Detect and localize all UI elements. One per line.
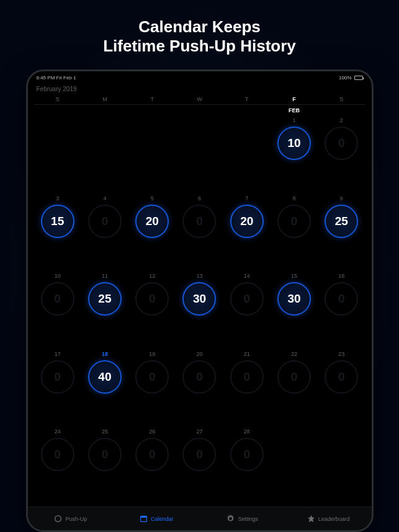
battery-percent: 100%: [339, 75, 351, 81]
month-label: February 2019: [28, 82, 372, 95]
battery-icon: [354, 76, 363, 80]
tab-push-up[interactable]: Push-Up: [28, 507, 114, 530]
calendar-day-cell[interactable]: 1125: [81, 269, 128, 347]
day-number: 9: [340, 195, 343, 202]
tab-label: Calendar: [151, 516, 174, 522]
calendar-day-cell[interactable]: 520: [128, 192, 176, 270]
calendar-day-cell: [223, 113, 271, 192]
calendar-day-cell: [34, 113, 81, 192]
calendar-day-cell[interactable]: 170: [34, 347, 81, 425]
svg-rect-2: [141, 516, 147, 517]
month-tag-row: FEB: [28, 105, 372, 113]
weekday-label: T: [223, 96, 271, 105]
pushup-count-empty: 0: [41, 282, 74, 316]
day-number: 21: [244, 351, 250, 357]
pushup-count-empty: 0: [325, 126, 358, 160]
pushup-count-active: 20: [135, 205, 169, 238]
pushup-count-empty: 0: [41, 438, 74, 471]
day-number: 13: [196, 273, 202, 279]
day-number: 12: [149, 273, 155, 279]
pushup-count-empty: 0: [88, 205, 122, 238]
calendar-day-cell[interactable]: 60: [176, 192, 223, 270]
day-number: 24: [55, 428, 61, 435]
calendar-day-cell[interactable]: 80: [271, 192, 318, 270]
status-time-date: 8:45 PM Fri Feb 1: [37, 75, 76, 81]
calendar-day-cell[interactable]: 200: [176, 347, 223, 425]
day-number: 14: [244, 273, 250, 279]
pushup-count-active: 10: [277, 126, 311, 160]
headline-line2: Lifetime Push-Up History: [103, 37, 296, 56]
weekday-label: F: [271, 96, 318, 105]
calendar-day-cell[interactable]: 1330: [176, 269, 223, 347]
day-number: 2: [340, 117, 343, 123]
calendar-day-cell[interactable]: 230: [318, 347, 365, 425]
pushup-count-empty: 0: [41, 360, 74, 394]
pushup-count-empty: 0: [230, 360, 264, 394]
day-number: 18: [102, 351, 108, 357]
pushup-count-empty: 0: [182, 360, 216, 394]
calendar-day-cell[interactable]: 260: [128, 425, 176, 503]
pushup-count-empty: 0: [182, 438, 216, 471]
tab-bar: Push-UpCalendarSettingsLeaderboard: [28, 507, 372, 530]
device-frame: 8:45 PM Fri Feb 1 100% February 2019 SMT…: [26, 69, 374, 532]
calendar-day-cell[interactable]: 1530: [271, 269, 318, 347]
pushup-count-active: 30: [277, 282, 311, 316]
pushup-count-active: 40: [88, 360, 122, 394]
calendar-day-cell[interactable]: 270: [176, 425, 223, 503]
circle-icon: [54, 515, 62, 523]
star-icon: [307, 515, 315, 523]
tab-label: Settings: [238, 516, 258, 522]
day-number: 20: [196, 351, 202, 357]
calendar-day-cell[interactable]: 720: [223, 192, 271, 270]
calendar-day-cell[interactable]: 100: [34, 269, 81, 347]
weekday-label: T: [128, 96, 176, 105]
calendar-day-cell[interactable]: 40: [81, 192, 128, 270]
pushup-count-active: 20: [230, 205, 264, 238]
calendar-day-cell[interactable]: 120: [128, 269, 176, 347]
calendar-day-cell[interactable]: 160: [318, 269, 365, 347]
headline-line1: Calendar Keeps: [103, 17, 296, 37]
calendar-day-cell[interactable]: 210: [223, 347, 271, 425]
pushup-count-empty: 0: [230, 438, 264, 471]
calendar-day-cell[interactable]: 220: [271, 347, 318, 425]
calendar-grid: 1102031540520607208092510011251201330140…: [28, 113, 372, 507]
promo-headline: Calendar Keeps Lifetime Push-Up History: [103, 17, 296, 56]
status-bar: 8:45 PM Fri Feb 1 100%: [28, 71, 372, 82]
calendar-day-cell[interactable]: 110: [271, 113, 318, 192]
pushup-count-empty: 0: [135, 360, 169, 394]
day-number: 4: [103, 195, 106, 202]
pushup-count-empty: 0: [277, 205, 311, 238]
calendar-day-cell[interactable]: 280: [223, 425, 271, 503]
day-number: 27: [196, 428, 202, 435]
day-number: 28: [244, 428, 250, 435]
day-number: 11: [102, 273, 108, 279]
calendar-day-cell[interactable]: 140: [223, 269, 271, 347]
day-number: 26: [149, 428, 155, 435]
pushup-count-empty: 0: [182, 205, 216, 238]
calendar-day-cell[interactable]: 240: [34, 425, 81, 503]
calendar-day-cell: [81, 113, 128, 192]
weekday-label: W: [176, 96, 223, 105]
calendar-day-cell[interactable]: 190: [128, 347, 176, 425]
day-number: 25: [102, 428, 108, 435]
pushup-count-empty: 0: [135, 282, 169, 316]
svg-point-0: [55, 516, 61, 522]
calendar-day-cell[interactable]: 315: [34, 192, 81, 270]
weekday-label: S: [34, 96, 81, 105]
tab-settings[interactable]: Settings: [200, 507, 286, 530]
tab-label: Push-Up: [65, 516, 87, 522]
tab-leaderboard[interactable]: Leaderboard: [285, 507, 372, 530]
calendar-day-cell[interactable]: 925: [318, 192, 365, 270]
day-number: 17: [55, 351, 61, 357]
calendar-day-cell[interactable]: 20: [318, 113, 365, 192]
calendar-day-cell[interactable]: 1840: [81, 347, 128, 425]
calendar-day-cell[interactable]: 250: [81, 425, 128, 503]
day-number: 15: [291, 273, 297, 279]
tab-calendar[interactable]: Calendar: [114, 507, 200, 530]
day-number: 22: [291, 351, 297, 357]
day-number: 5: [151, 195, 154, 202]
pushup-count-empty: 0: [277, 360, 311, 394]
pushup-count-active: 15: [41, 205, 74, 238]
pushup-count-active: 25: [325, 205, 358, 238]
pushup-count-active: 25: [88, 282, 122, 316]
